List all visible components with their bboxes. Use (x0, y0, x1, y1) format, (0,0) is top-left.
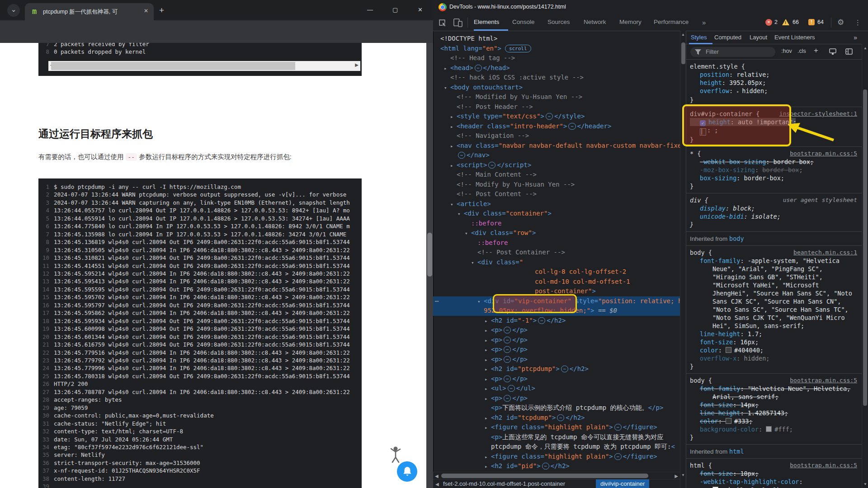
dom-tree-row[interactable]: ▸<nav class="navbar navbar-default navba… (433, 141, 680, 151)
devtools-tab-network[interactable]: Network (584, 19, 606, 25)
dom-tree-row[interactable]: ▸<h2 id="pid">⋯</h2> (433, 461, 680, 471)
css-declaration[interactable]: Neue", "Arial", "PingFang SC", (690, 265, 858, 273)
dom-tree-row[interactable]: <p>上面这些常见的 tcpdump 命令可以直接无缝替换为对应 (433, 432, 680, 442)
maximize-button[interactable]: ▢ (392, 6, 398, 13)
dom-tree-row[interactable]: ▸<figure class="highlight plain">⋯</figu… (433, 422, 680, 432)
issues-count[interactable]: 64 (817, 19, 824, 25)
dom-tree-row[interactable]: ▸<header class="intro-header">⋯</header> (433, 122, 680, 131)
breadcrumb-item[interactable]: fset-2.col-md-10.col-md-offset-1.post-co… (443, 480, 565, 487)
breadcrumb-selected-item[interactable]: div#vip-container (596, 479, 649, 488)
stylesheet-source-link[interactable]: bootstrap.min.css:5 (790, 462, 857, 469)
notification-bell-button[interactable] (397, 461, 417, 482)
devtools-tab-memory[interactable]: Memory (619, 19, 642, 25)
css-rule[interactable]: * {bootstrap.min.css:5-webkit-box-sizing… (686, 147, 862, 193)
dom-tree-row[interactable]: ptcpdump 命令，只需要将 tcpdump 改为 ptcpdump 即可:… (433, 442, 680, 452)
sidebar-tab-event-listeners[interactable]: Event Listeners (774, 34, 815, 41)
css-rule[interactable]: element.style {position: relative;height… (686, 60, 862, 107)
stylesheet-source-link[interactable]: bootstrap.min.css:5 (790, 150, 857, 157)
dom-tree-row[interactable]: <!-- Post Container --> (433, 248, 680, 258)
more-tabs-icon[interactable]: » (702, 19, 706, 26)
tab-close-icon[interactable]: ✕ (144, 8, 148, 14)
browser-tab[interactable]: m ptcpdump 新一代抓包神器, 可 ✕ (25, 3, 154, 20)
dom-tree-row[interactable]: ▸<head>⋯</head> (433, 63, 680, 73)
css-rule[interactable]: body {beantech.min.css:1font-family: -ap… (686, 246, 862, 374)
css-declaration[interactable]: rgba(0, 0, 0, 0); (690, 486, 858, 488)
dom-tree-row[interactable]: <!-- Main Content --> (433, 170, 680, 180)
sidebar-more-tabs-icon[interactable]: » (854, 34, 857, 41)
css-declaration[interactable]: font-size: 14px; (690, 401, 858, 409)
dom-tree-row[interactable]: ▸<ul>⋯</ul> (433, 384, 680, 394)
dom-tree-row[interactable]: <!-- hack iOS CSS :active style --> (433, 73, 680, 83)
dom-tree-row[interactable]: ▸<figure class="highlight plain">⋯</figu… (433, 452, 680, 462)
dom-tree-row[interactable]: <!-- Modified by Yu-Hsuan Yen --> (433, 92, 680, 102)
back-to-top-person-icon[interactable] (388, 445, 403, 463)
close-button[interactable]: ✕ (418, 6, 423, 13)
rendering-brush-icon[interactable] (829, 48, 836, 55)
dom-tree-row[interactable]: ▾<article> (433, 199, 680, 209)
inspect-element-icon[interactable] (438, 18, 447, 27)
css-declaration[interactable]: line-height: 1.7; (690, 330, 858, 338)
css-declaration[interactable]: color: #333; (690, 417, 858, 425)
dom-tree-row[interactable]: <!-- Post Content --> (433, 189, 680, 199)
devtools-tab-elements[interactable]: Elements (474, 19, 499, 25)
scrollbar-thumb[interactable] (863, 89, 867, 406)
css-declaration[interactable]: "Noto Sans SC", "Source Han Sans TC", (690, 305, 858, 314)
css-declaration[interactable]: height: 3952.05px; (690, 79, 858, 87)
css-declaration[interactable]: background-color: #fff; (690, 425, 858, 433)
pseudo-state-toggle[interactable]: :hov (781, 48, 792, 54)
dom-tree-row[interactable]: ▸<style type="text/css">⋯</style> (433, 112, 680, 122)
dom-tree-row[interactable]: ▾<body ontouchstart> (433, 83, 680, 93)
settings-gear-icon[interactable]: ⚙ (837, 18, 844, 27)
css-declaration[interactable]: box-sizing: border-box; (690, 174, 858, 182)
tab-search-icon[interactable]: ⌄ (7, 4, 20, 17)
css-declaration[interactable]: color: #404040; (690, 346, 858, 354)
dom-tree-row[interactable]: ▸<p>⋯</p> (433, 355, 680, 365)
scrollbar-thumb[interactable] (441, 474, 648, 478)
css-declaration[interactable]: Hei", SimSun, sans-serif; (690, 322, 858, 330)
dom-tree-row[interactable]: ▾<div class=" (433, 258, 680, 267)
css-declaration[interactable]: -moz-box-sizing: border-box; (690, 166, 858, 174)
dom-tree-row[interactable]: ▸<h2 id="ptcpdump">⋯</h2> (433, 364, 680, 374)
stylesheet-source-link[interactable]: bootstrap.min.css:5 (790, 377, 857, 384)
css-declaration[interactable]: font-family: -apple-system, "Helvetica (690, 257, 858, 265)
dom-tree-row[interactable]: col-md-10 col-md-offset-1 (433, 277, 680, 287)
devtools-tab-performance[interactable]: Performance (654, 19, 689, 25)
code-hscrollbar[interactable]: ◀ ▶ (48, 61, 360, 71)
sidebar-tab-styles[interactable]: Styles (691, 34, 707, 41)
dom-tree-row[interactable]: col-lg-8 col-lg-offset-2 (433, 267, 680, 277)
page-scrollbar[interactable] (426, 43, 433, 488)
dom-tree-row[interactable]: <html lang="en">scroll (433, 44, 680, 54)
css-declaration[interactable]: overflow-x: hidden; (690, 354, 858, 362)
styles-scrollbar[interactable]: ▲ ▼ (862, 44, 868, 488)
dom-tree-row[interactable]: ▸<h2 id="-1">⋯</h2> (433, 316, 680, 326)
styles-filter-input[interactable]: Filter (690, 47, 775, 57)
css-declaration[interactable]: Arial, sans-serif; (690, 393, 858, 401)
class-toggle[interactable]: .cls (797, 48, 806, 54)
dom-tree-row[interactable]: ▸<p>⋯</p> (433, 394, 680, 404)
sidebar-tab-computed[interactable]: Computed (714, 34, 741, 41)
css-declaration[interactable]: font-size: 10px; (690, 469, 858, 478)
css-declaration[interactable]: "Noto Sans CJK TC", "WenQuanYi Micro (690, 314, 858, 322)
dom-tree-row[interactable]: ▸<p>⋯</p> (433, 325, 680, 335)
scrollbar-thumb[interactable] (427, 233, 432, 277)
elements-hscrollbar[interactable]: ◀ ▶ (433, 472, 680, 479)
new-tab-button[interactable]: + (159, 5, 164, 15)
css-declaration[interactable]: -webkit-tap-highlight-color: (690, 478, 858, 486)
dom-tree-row[interactable]: <!DOCTYPE html> (433, 34, 680, 44)
stylesheet-source-link[interactable]: beantech.min.css:1 (793, 249, 857, 256)
css-rule[interactable]: html {bootstrap.min.css:5font-size: 10px… (686, 459, 862, 488)
dom-tree-row[interactable]: ::before (433, 238, 680, 248)
dom-tree-row[interactable]: <!-- Modify by Yu-Hsuan Yen --> (433, 180, 680, 190)
scrollbar-thumb[interactable] (51, 62, 295, 70)
scrollbar-thumb[interactable] (681, 42, 685, 64)
dom-tree-row[interactable]: <!-- Head tag --> (433, 53, 680, 63)
css-rule[interactable]: body {bootstrap.min.css:5font-family: "H… (686, 374, 862, 445)
sidebar-panel-toggle-icon[interactable] (845, 48, 853, 55)
warning-count[interactable]: 66 (793, 19, 799, 25)
new-style-rule-button[interactable]: + (814, 46, 818, 55)
css-declaration[interactable]: Sans CJK SC", "Source Han Sans CN", (690, 297, 858, 305)
dom-tree-row[interactable]: ::before (433, 219, 680, 229)
minimize-button[interactable]: — (367, 6, 373, 13)
css-declaration[interactable]: overflow: ▸ hidden; (690, 87, 858, 96)
dom-tree-row[interactable]: <!-- Post Header --> (433, 102, 680, 112)
